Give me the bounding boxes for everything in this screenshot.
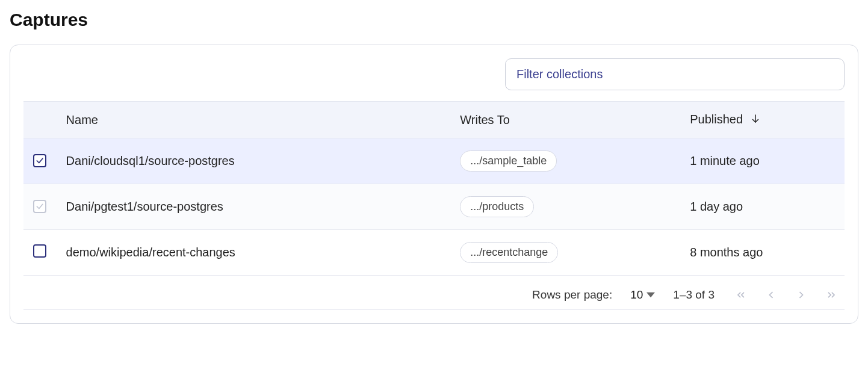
column-header-name[interactable]: Name [57, 102, 451, 138]
prev-page-button[interactable] [763, 286, 780, 303]
chevron-double-left-icon [735, 289, 747, 301]
pager-controls [733, 286, 840, 303]
row-name: demo/wikipedia/recent-changes [57, 230, 451, 276]
pagination-range: 1–3 of 3 [673, 288, 715, 302]
last-page-button[interactable] [823, 286, 840, 303]
chevron-left-icon [765, 289, 777, 301]
chevron-double-right-icon [825, 289, 837, 301]
captures-table: Name Writes To Published Dani/cloudsql1/… [23, 101, 845, 276]
next-page-button[interactable] [793, 286, 810, 303]
caret-down-icon [646, 291, 655, 299]
rows-per-page-select[interactable]: 10 [630, 288, 655, 302]
column-header-checkbox [23, 102, 57, 138]
captures-panel: Name Writes To Published Dani/cloudsql1/… [10, 45, 858, 324]
first-page-button[interactable] [733, 286, 749, 303]
table-row[interactable]: demo/wikipedia/recent-changes .../recent… [23, 230, 845, 276]
row-published: 1 minute ago [680, 138, 845, 184]
writes-to-chip[interactable]: .../products [460, 196, 534, 217]
filter-collections-input[interactable] [505, 58, 845, 90]
column-header-published[interactable]: Published [680, 102, 845, 138]
writes-to-chip[interactable]: .../recentchange [460, 242, 558, 263]
sort-descending-icon [750, 113, 761, 127]
row-checkbox[interactable] [33, 154, 46, 167]
row-published: 1 day ago [680, 184, 845, 230]
table-row[interactable]: Dani/cloudsql1/source-postgres .../sampl… [23, 138, 845, 184]
page-title: Captures [10, 10, 858, 30]
row-checkbox[interactable] [33, 244, 46, 258]
chevron-right-icon [795, 289, 807, 301]
rows-per-page-value: 10 [630, 288, 643, 302]
rows-per-page-label: Rows per page: [532, 288, 612, 302]
pagination-bar: Rows per page: 10 1–3 of 3 [23, 276, 845, 310]
svg-marker-1 [646, 293, 655, 297]
row-name: Dani/cloudsql1/source-postgres [57, 138, 451, 184]
writes-to-chip[interactable]: .../sample_table [460, 150, 557, 172]
row-published: 8 months ago [680, 230, 845, 276]
row-checkbox[interactable] [33, 200, 46, 213]
column-header-writes-to[interactable]: Writes To [450, 102, 680, 138]
column-header-published-label: Published [690, 113, 743, 126]
row-name: Dani/pgtest1/source-postgres [57, 184, 451, 230]
filter-row [23, 58, 845, 90]
table-row[interactable]: Dani/pgtest1/source-postgres .../product… [23, 184, 845, 230]
